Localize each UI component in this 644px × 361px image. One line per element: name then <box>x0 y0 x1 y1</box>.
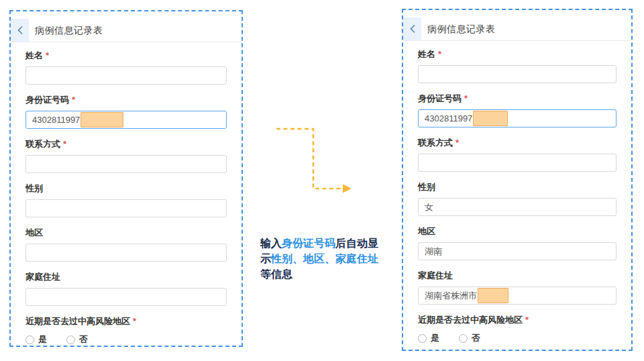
form-field: 家庭住址 <box>25 272 227 306</box>
radio-option-label: 是 <box>38 333 47 346</box>
field-label: 近期是否去过中高风险地区* <box>25 317 227 326</box>
form-field: 身份证号码* 4302811997 <box>25 95 227 129</box>
required-asterisk: * <box>46 50 49 60</box>
page-title: 病例信息记录表 <box>35 19 103 42</box>
back-button[interactable] <box>11 19 29 42</box>
field-label-text: 姓名 <box>25 50 43 60</box>
required-asterisk: * <box>72 95 75 105</box>
text-input-1[interactable]: 4302811997 <box>418 109 616 127</box>
back-icon <box>409 24 416 34</box>
radio-option[interactable]: 是 <box>25 333 47 346</box>
radio-circle-icon[interactable] <box>66 336 75 344</box>
form-field: 姓名* <box>418 50 616 83</box>
annotation-plain: 等信息 <box>260 268 292 280</box>
field-label: 身份证号码* <box>25 95 227 105</box>
text-input-2[interactable] <box>25 155 227 173</box>
radio-option-label: 否 <box>472 332 480 344</box>
back-icon <box>17 25 23 35</box>
required-asterisk: * <box>133 316 136 326</box>
radio-option[interactable]: 否 <box>459 332 480 344</box>
input-value: 湖南省株洲市 <box>425 290 477 302</box>
back-button[interactable] <box>403 17 421 40</box>
form-header: 病例信息记录表 <box>11 11 241 42</box>
field-label: 身份证号码* <box>418 94 616 103</box>
annotation-highlight: 身份证号码 <box>282 238 335 249</box>
input-value: 女 <box>425 201 433 213</box>
text-input-1[interactable]: 4302811997 <box>25 111 227 129</box>
field-label-text: 性别 <box>25 183 43 193</box>
form-field: 地区 湖南 <box>418 227 616 260</box>
field-label: 联系方式* <box>418 138 616 148</box>
form-body: 姓名* 身份证号码* 4302811997 联系方式* 性别 女 <box>403 41 631 344</box>
field-label-text: 身份证号码 <box>25 95 69 105</box>
radio-option[interactable]: 否 <box>66 333 88 346</box>
form-field: 姓名* <box>25 51 227 85</box>
input-value: 湖南 <box>425 246 442 258</box>
field-label: 家庭住址 <box>25 272 227 282</box>
radio-option-label: 否 <box>79 333 88 346</box>
text-input-3[interactable] <box>25 199 227 217</box>
radio-circle-icon[interactable] <box>418 334 427 343</box>
form-field: 联系方式* <box>418 138 616 172</box>
page-title: 病例信息记录表 <box>427 17 496 40</box>
field-label: 家庭住址 <box>418 271 616 280</box>
text-input-5[interactable]: 湖南省株洲市 <box>418 287 616 305</box>
field-label-text: 姓名 <box>418 49 435 59</box>
field-label-text: 近期是否去过中高风险地区 <box>25 316 130 326</box>
text-input-0[interactable] <box>25 66 227 85</box>
field-label-text: 联系方式 <box>418 138 453 148</box>
text-input-4[interactable] <box>25 244 227 262</box>
text-input-0[interactable] <box>418 65 616 83</box>
redacted-value <box>478 288 508 303</box>
radio-question: 近期是否去过中高风险地区* 是 否 <box>25 317 227 346</box>
form-field: 性别 女 <box>418 183 616 216</box>
radio-circle-icon[interactable] <box>25 336 34 344</box>
field-label: 联系方式* <box>25 140 227 149</box>
required-asterisk: * <box>63 139 66 149</box>
radio-circle-icon[interactable] <box>459 334 468 343</box>
redacted-value <box>80 112 123 127</box>
form-field: 地区 <box>25 228 227 262</box>
required-asterisk: * <box>525 315 529 325</box>
stage: 病例信息记录表 姓名* 身份证号码* 4302811997 联系方式* <box>0 0 644 361</box>
form-header: 病例信息记录表 <box>403 10 631 41</box>
annotation-highlight: 性别、地区、家庭住址 <box>271 253 378 264</box>
field-label: 近期是否去过中高风险地区* <box>418 315 616 325</box>
field-label: 性别 <box>418 183 616 192</box>
required-asterisk: * <box>464 93 468 103</box>
text-input-5[interactable] <box>25 288 227 306</box>
radio-group: 是 否 <box>25 333 227 346</box>
field-label-text: 身份证号码 <box>418 93 462 103</box>
required-asterisk: * <box>455 138 459 148</box>
field-label: 性别 <box>25 184 227 193</box>
text-input-3[interactable]: 女 <box>418 198 616 216</box>
field-label-text: 家庭住址 <box>25 272 60 282</box>
text-input-4[interactable]: 湖南 <box>418 242 616 260</box>
form-panel: 病例信息记录表 姓名* 身份证号码* 4302811997 联系方式* <box>402 9 633 351</box>
input-value: 4302811997 <box>425 113 472 123</box>
flow-arrow-head <box>343 185 352 193</box>
field-label-text: 性别 <box>418 182 435 192</box>
text-input-2[interactable] <box>418 154 616 172</box>
field-label-text: 联系方式 <box>25 139 60 149</box>
form-field: 身份证号码* 4302811997 <box>418 94 616 127</box>
form-field: 联系方式* <box>25 140 227 173</box>
form-panel: 病例信息记录表 姓名* 身份证号码* 4302811997 联系方式* <box>9 10 243 347</box>
field-label: 姓名* <box>25 51 227 60</box>
radio-option[interactable]: 是 <box>418 332 439 344</box>
field-label: 地区 <box>418 227 616 236</box>
field-label-text: 家庭住址 <box>418 270 453 280</box>
radio-group: 是 否 <box>418 332 616 344</box>
annotation-text: 输入身份证号码后自动显示性别、地区、家庭住址等信息 <box>260 236 385 282</box>
radio-question: 近期是否去过中高风险地区* 是 否 <box>418 315 616 344</box>
form-field: 家庭住址 湖南省株洲市 <box>418 271 616 305</box>
field-label-text: 地区 <box>418 226 435 236</box>
flow-arrow-line <box>276 129 343 189</box>
field-label-text: 地区 <box>25 227 43 238</box>
annotation-plain: 输入 <box>260 238 282 249</box>
input-value: 4302811997 <box>32 115 80 125</box>
field-label: 地区 <box>25 228 227 238</box>
field-label: 姓名* <box>418 50 616 59</box>
form-body: 姓名* 身份证号码* 4302811997 联系方式* 性别 <box>11 42 241 346</box>
required-asterisk: * <box>438 49 441 59</box>
